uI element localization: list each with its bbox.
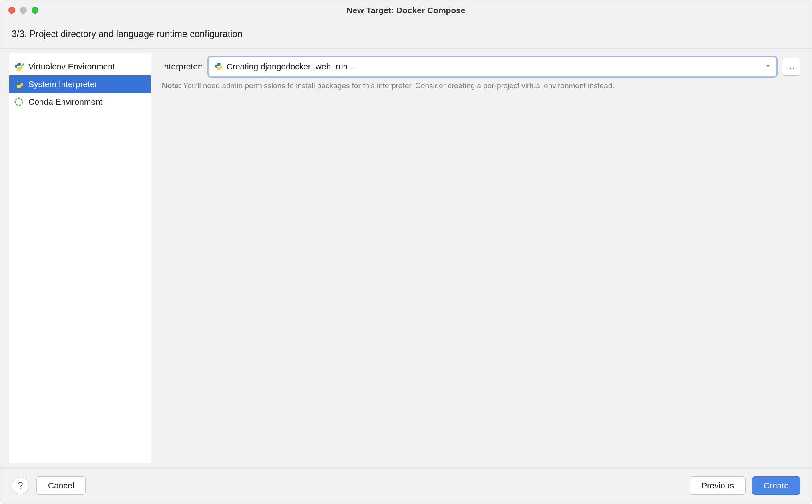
previous-label: Previous xyxy=(701,481,734,490)
svg-point-7 xyxy=(219,69,220,70)
svg-point-6 xyxy=(217,63,218,64)
interpreter-dropdown[interactable]: Creating djangodocker_web_run ... xyxy=(209,57,776,77)
dialog-body: V Virtualenv Environment System Interpre… xyxy=(0,49,812,467)
chevron-down-icon xyxy=(765,63,771,71)
python-icon xyxy=(214,62,223,71)
sidebar-item-label: Conda Environment xyxy=(28,97,103,107)
sidebar-item-label: Virtualenv Environment xyxy=(28,62,115,71)
interpreter-label: Interpreter: xyxy=(162,62,203,71)
python-icon xyxy=(13,79,24,90)
python-venv-icon: V xyxy=(13,61,24,72)
sidebar-item-system-interpreter[interactable]: System Interpreter xyxy=(9,75,151,93)
dialog-footer: ? Cancel Previous Create xyxy=(0,467,812,504)
env-type-sidebar: V Virtualenv Environment System Interpre… xyxy=(9,53,151,463)
cancel-button[interactable]: Cancel xyxy=(36,476,86,495)
svg-point-4 xyxy=(20,87,21,88)
help-icon: ? xyxy=(18,480,23,491)
interpreter-value: Creating djangodocker_web_run ... xyxy=(227,62,357,71)
svg-point-1 xyxy=(20,69,21,70)
main-panel: Interpreter: Creating djangodocker_web_r… xyxy=(151,49,812,467)
help-button[interactable]: ? xyxy=(12,477,29,494)
note-text: You'll need admin permissions to install… xyxy=(183,81,615,90)
sidebar-item-virtualenv[interactable]: V Virtualenv Environment xyxy=(9,58,151,75)
zoom-window-button[interactable] xyxy=(32,7,38,14)
conda-icon xyxy=(13,96,24,107)
sidebar-item-conda[interactable]: Conda Environment xyxy=(9,93,151,111)
cancel-label: Cancel xyxy=(48,481,74,490)
interpreter-note: Note: You'll need admin permissions to i… xyxy=(162,81,800,90)
note-prefix: Note: xyxy=(162,81,181,90)
window-controls xyxy=(0,7,38,14)
interpreter-more-button[interactable]: ... xyxy=(782,58,800,76)
footer-left: ? Cancel xyxy=(12,476,86,495)
minimize-window-button[interactable] xyxy=(20,7,27,14)
svg-point-3 xyxy=(17,81,18,82)
interpreter-row: Interpreter: Creating djangodocker_web_r… xyxy=(162,57,800,77)
ellipsis-icon: ... xyxy=(787,63,795,71)
svg-point-0 xyxy=(17,63,18,64)
previous-button[interactable]: Previous xyxy=(690,476,746,495)
svg-point-5 xyxy=(15,98,22,105)
sidebar-item-label: System Interpreter xyxy=(28,79,98,89)
close-window-button[interactable] xyxy=(8,7,15,14)
create-button[interactable]: Create xyxy=(752,476,800,495)
dialog-window: New Target: Docker Compose 3/3. Project … xyxy=(0,0,812,504)
window-title: New Target: Docker Compose xyxy=(0,6,812,15)
step-header: 3/3. Project directory and language runt… xyxy=(0,20,812,49)
titlebar: New Target: Docker Compose xyxy=(0,0,812,20)
svg-text:V: V xyxy=(22,63,24,67)
create-label: Create xyxy=(764,481,789,490)
footer-right: Previous Create xyxy=(690,476,800,495)
